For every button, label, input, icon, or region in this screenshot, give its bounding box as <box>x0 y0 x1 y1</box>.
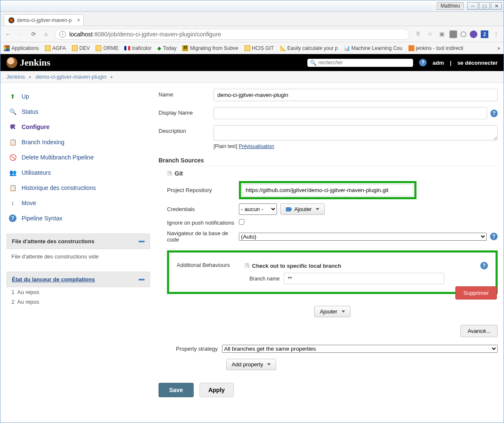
search-input[interactable] <box>318 60 411 66</box>
delete-behaviour-button[interactable]: Supprimer <box>455 286 497 299</box>
minimize-button[interactable]: ─ <box>467 2 478 10</box>
add-behaviour-button[interactable]: Ajouter <box>314 306 350 317</box>
close-tab-icon[interactable]: × <box>77 17 80 23</box>
help-icon[interactable]: ? <box>490 233 498 240</box>
repo-field[interactable] <box>242 184 414 196</box>
apply-button[interactable]: Apply <box>200 383 234 397</box>
sidebar-item-pipeline-syntax[interactable]: ?Pipeline Syntax <box>6 211 150 226</box>
star-icon[interactable]: ☆ <box>426 30 434 38</box>
save-button[interactable]: Save <box>159 383 194 397</box>
home-icon[interactable]: ⌂ <box>42 30 50 38</box>
ignore-push-label: Ignore on push notifications <box>167 220 239 226</box>
brand-text: Jenkins <box>20 57 50 68</box>
collapse-icon[interactable] <box>139 241 145 242</box>
ext4-icon[interactable]: Z <box>481 30 488 38</box>
jenkins-favicon-icon <box>8 17 14 23</box>
bookmark-overflow-icon[interactable]: » <box>497 45 500 51</box>
sidebar-item-move[interactable]: ↕Move <box>6 195 150 211</box>
jenkins-butler-icon <box>6 57 17 68</box>
branch-name-field[interactable] <box>284 273 444 284</box>
sidebar-item-up[interactable]: ⬆Up <box>6 89 150 104</box>
property-strategy-select[interactable]: All branches get the same properties <box>222 345 498 353</box>
bookmark-migrating[interactable]: MMigrating from Subve <box>182 45 238 51</box>
forward-icon[interactable]: → <box>16 30 25 38</box>
ext2-icon[interactable] <box>460 31 466 37</box>
ext3-icon[interactable] <box>470 30 477 38</box>
browser-tab[interactable]: demo-ci-jgitver-maven-p × <box>4 14 84 26</box>
sidebar-item-users[interactable]: 👥Utilisateurs <box>6 165 150 180</box>
bookmark-agfa[interactable]: AGFA <box>45 45 66 51</box>
move-icon: ↕ <box>8 198 17 208</box>
sidebar-item-history[interactable]: 📋Historique des constructions <box>6 180 150 195</box>
url-host: localhost <box>69 31 93 38</box>
bookmark-dev[interactable]: DEV <box>72 45 90 51</box>
jenkins-logo[interactable]: Jenkins <box>6 57 50 68</box>
ext1-icon[interactable] <box>449 30 457 38</box>
sidebar-item-configure[interactable]: 🛠Configure <box>6 119 150 135</box>
sidebar-item-delete[interactable]: 🚫Delete Multibranch Pipeline <box>6 150 150 165</box>
sidebar: ⬆Up 🔍Status 🛠Configure 📋Branch Indexing … <box>6 89 150 397</box>
sidebar-item-status[interactable]: 🔍Status <box>6 104 150 119</box>
caret-down-icon <box>316 208 319 210</box>
build-queue-body: File d'attente des constructions vide <box>6 249 150 264</box>
advanced-button[interactable]: Avancé... <box>460 325 498 337</box>
breadcrumb-job[interactable]: demo-ci-jgitver-maven-plugin <box>36 74 107 80</box>
magnifier-icon: 🔍 <box>8 107 17 116</box>
os-user-pill: Matthieu <box>437 2 464 10</box>
site-info-icon[interactable]: i <box>59 31 66 38</box>
bookmark-today[interactable]: ◆Today <box>157 45 176 51</box>
close-window-button[interactable]: ✕ <box>491 2 502 10</box>
menu-icon[interactable]: ⋮ <box>492 30 500 38</box>
bookmark-traficolor[interactable]: traficolor <box>124 45 151 51</box>
ignore-push-checkbox[interactable] <box>239 219 244 225</box>
bookmark-orme[interactable]: ORME <box>96 45 118 51</box>
repo-highlight <box>239 181 416 199</box>
sidebar-item-branch-indexing[interactable]: 📋Branch Indexing <box>6 135 150 150</box>
cast-icon[interactable]: ▣ <box>438 30 446 38</box>
logout-link[interactable]: se déconnecter <box>457 60 498 66</box>
add-property-button[interactable]: Add property <box>226 359 276 370</box>
help-icon[interactable]: ? <box>480 262 488 269</box>
bookmark-ml[interactable]: 📊Machine Learning Cou <box>344 45 403 51</box>
help-circle-icon: ? <box>8 214 17 223</box>
translate-icon[interactable]: ⠿ <box>414 30 422 38</box>
repo-label: Project Repository <box>167 187 239 193</box>
configure-form: Name Display Name ? Description [Plain t… <box>159 89 498 397</box>
bookmark-calc[interactable]: 📐Easily calculate your p <box>280 45 338 51</box>
executor-1: 1 Au repos <box>6 287 150 297</box>
behaviours-label: Additional Behaviours <box>177 262 244 268</box>
window-titlebar: Matthieu ─ ▢ ✕ <box>0 0 504 12</box>
search-box[interactable]: 🔍 <box>307 59 413 67</box>
browser-tabstrip: demo-ci-jgitver-maven-p × <box>0 12 504 26</box>
history-icon: 📋 <box>8 183 17 192</box>
chevron-right-icon: ▸ <box>29 74 31 79</box>
browser-address-bar: ← → ⟳ ⌂ i localhost:8080/job/demo-ci-jgi… <box>0 26 504 42</box>
user-link[interactable]: adm <box>433 60 444 66</box>
code-navigator-label: Navigateur de la base de code <box>167 230 239 243</box>
help-icon[interactable]: ? <box>490 110 498 117</box>
drag-handle-icon[interactable] <box>167 171 172 176</box>
collapse-icon[interactable] <box>139 279 145 280</box>
bookmark-bar: Applications AGFA DEV ORME traficolor ◆T… <box>0 42 504 54</box>
help-icon[interactable]: ? <box>419 59 427 66</box>
url-input[interactable]: i localhost:8080/job/demo-ci-jgitver-mav… <box>55 29 410 40</box>
drag-handle-icon[interactable] <box>244 263 249 268</box>
bookmark-hcis[interactable]: HCIS GIT <box>244 45 274 51</box>
name-field[interactable] <box>214 89 498 101</box>
breadcrumb-root[interactable]: Jenkins <box>6 74 25 80</box>
display-name-field[interactable] <box>214 107 487 119</box>
preview-link[interactable]: Prévisualisation <box>238 143 274 149</box>
executor-2: 2 Au repos <box>6 297 150 307</box>
branch-sources-title: Branch Sources <box>159 157 498 166</box>
bookmark-apps[interactable]: Applications <box>4 45 39 51</box>
bookmark-jenkins-so[interactable]: jenkins - tool indirecti <box>408 45 463 51</box>
executor-header[interactable]: État du lanceur de compilations <box>6 272 150 287</box>
maximize-button[interactable]: ▢ <box>479 2 490 10</box>
back-icon[interactable]: ← <box>4 30 12 38</box>
reload-icon[interactable]: ⟳ <box>29 30 38 38</box>
build-queue-header[interactable]: File d'attente des constructions <box>6 233 150 249</box>
credentials-select[interactable]: - aucun - <box>239 203 277 215</box>
code-navigator-select[interactable]: (Auto) <box>239 233 487 241</box>
add-credentials-button[interactable]: Ajouter <box>280 203 325 215</box>
description-field[interactable] <box>214 125 498 140</box>
